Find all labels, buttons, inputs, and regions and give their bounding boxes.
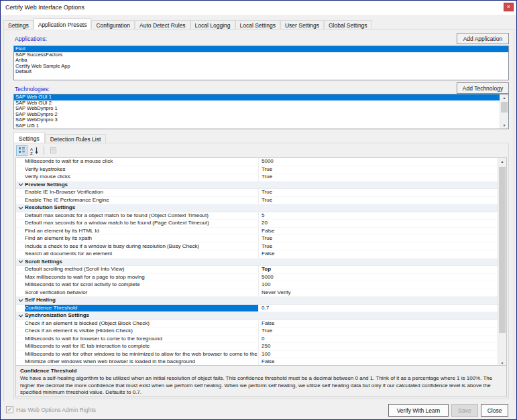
property-row-scroll-verification-behavior[interactable]: Scroll verification behaviorNever Verify [16, 289, 498, 297]
category-row-resolution-settings[interactable]: Resolution Settings [16, 204, 498, 212]
category-row-synchronization-settings[interactable]: Synchronization Settings [16, 312, 498, 320]
property-row-find-an-element-by-its-xpath[interactable]: Find an element by its xpathTrue [16, 235, 498, 243]
property-value[interactable]: False [259, 358, 498, 366]
window-title: Certify Web Interface Options [5, 4, 84, 11]
property-value[interactable]: False [259, 320, 498, 328]
property-row-verify-keystrokes[interactable]: Verify keystrokesTrue [16, 166, 498, 174]
property-row-milliseconds-to-wait-for-browser-to-come[interactable]: Milliseconds to wait for browser to come… [16, 336, 498, 344]
property-value[interactable]: 0.7 [259, 305, 498, 312]
property-row-milliseconds-to-wait-for-other-windows-t[interactable]: Milliseconds to wait for other windows t… [16, 351, 498, 359]
property-name: Milliseconds to wait for a mouse click [16, 158, 259, 165]
technologies-items: SAP Web GUI 1SAP Web GUI 2SAP WebDynpro … [14, 94, 500, 129]
property-row-enable-ie-in-browser-verification[interactable]: Enable IE In-Browser VerificationTrue [16, 189, 498, 197]
list-item-sap-ui5-1[interactable]: SAP UI5 1 [14, 123, 500, 129]
scroll-up-icon[interactable]: ▲ [500, 94, 508, 101]
grid-scrollbar[interactable]: ▲ ▼ [498, 158, 506, 366]
list-item-sap-web-gui-1[interactable]: SAP Web GUI 1 [14, 94, 500, 100]
tab-local-settings[interactable]: Local Settings [235, 20, 280, 29]
property-name: Enable IE In-Browser Verification [16, 189, 259, 196]
categorized-view-button[interactable] [16, 145, 27, 156]
property-row-search-all-documents-for-an-element[interactable]: Search all documents for an elementFalse [16, 251, 498, 259]
tab-local-logging[interactable]: Local Logging [190, 20, 235, 29]
tab-user-settings[interactable]: User Settings [280, 20, 324, 29]
property-name-text: Default scrolling method (Scroll Into Vi… [25, 266, 258, 273]
property-row-enable-the-ie-performance-engine[interactable]: Enable The IE Performance EngineTrue [16, 197, 498, 205]
scroll-up-icon[interactable]: ▲ [498, 158, 506, 165]
tab-configuration[interactable]: Configuration [91, 20, 135, 29]
property-row-check-if-an-element-is-blocked-object-bl[interactable]: Check if an element is blocked (Object B… [16, 320, 498, 328]
property-row-milliseconds-to-wait-for-scroll-activity[interactable]: Milliseconds to wait for scroll activity… [16, 281, 498, 289]
list-item-sap-webdynpro-1[interactable]: SAP WebDynpro 1 [14, 106, 500, 112]
tab-global-settings[interactable]: Global Settings [324, 20, 372, 29]
property-value[interactable]: False [259, 251, 498, 258]
property-value[interactable]: True [259, 243, 498, 251]
alphabetical-sort-button[interactable]: A Z [29, 145, 40, 156]
add-application-button[interactable]: Add Application [457, 33, 509, 44]
category-row-scroll-settings[interactable]: Scroll Settings [16, 259, 498, 267]
verify-with-learn-button[interactable]: Verify With Learn [388, 404, 449, 417]
list-item-sap-webdynpro-3[interactable]: SAP WebDynpro 3 [14, 117, 500, 123]
list-item-sap-webdynpro-2[interactable]: SAP WebDynpro 2 [14, 112, 500, 118]
chevron-down-icon [16, 204, 25, 212]
list-item-fiori[interactable]: Fiori [14, 46, 508, 52]
inner-tab-settings[interactable]: Settings [13, 132, 45, 143]
property-value[interactable]: 100 [259, 351, 498, 358]
property-value[interactable]: 5 [259, 212, 498, 220]
technologies-scrollbar[interactable]: ▲ ▼ [500, 94, 508, 129]
property-value[interactable]: 250 [259, 343, 498, 350]
property-value[interactable]: False [259, 228, 498, 235]
list-item-default[interactable]: Default [14, 69, 508, 75]
save-button: Save [451, 404, 478, 417]
property-row-milliseconds-to-wait-for-a-mouse-click[interactable]: Milliseconds to wait for a mouse click50… [16, 158, 498, 166]
property-value[interactable]: 20 [259, 220, 498, 227]
list-item-sap-successfactors[interactable]: SAP SuccessFactors [14, 52, 508, 58]
property-value[interactable]: True [259, 166, 498, 173]
property-row-find-an-element-by-its-html-id[interactable]: Find an element by its HTML IdFalse [16, 228, 498, 236]
list-item-ariba[interactable]: Ariba [14, 58, 508, 64]
property-value[interactable]: 5000 [259, 158, 498, 165]
property-row-check-if-an-element-is-visible-hidden-ch[interactable]: Check if an element is visible (Hidden C… [16, 328, 498, 336]
property-value[interactable]: True [259, 235, 498, 242]
property-value[interactable]: Top [259, 266, 498, 273]
property-row-default-scrolling-method-scroll-into-vie[interactable]: Default scrolling method (Scroll Into Vi… [16, 266, 498, 274]
tab-application-presets[interactable]: Application Presets [34, 18, 92, 29]
property-value[interactable]: True [259, 197, 498, 204]
property-value[interactable]: True [259, 328, 498, 335]
close-button[interactable]: × [504, 3, 514, 11]
property-row-default-max-seconds-for-a-object-match-t[interactable]: Default max seconds for a object match t… [16, 212, 498, 220]
category-label: Synchronization Settings [25, 312, 89, 320]
property-row-default-max-seconds-for-a-window-match-t[interactable]: Default max seconds for a window match t… [16, 220, 498, 228]
property-name-text: Default max seconds for a object match t… [25, 212, 258, 220]
tab-settings[interactable]: Settings [3, 20, 34, 29]
sort-alphabetical-icon: A Z [30, 147, 39, 155]
property-name-text: Search all documents for an element [25, 251, 258, 258]
property-value[interactable]: 100 [259, 281, 498, 289]
close-button-bottom[interactable]: Close [481, 404, 508, 417]
technologies-list[interactable]: SAP Web GUI 1SAP Web GUI 2SAP WebDynpro … [13, 94, 509, 129]
property-grid-toolbar: A Z [16, 145, 59, 156]
property-row-milliseconds-to-wait-for-ie-tab-interact[interactable]: Milliseconds to wait for IE tab interact… [16, 343, 498, 351]
scroll-down-icon[interactable]: ▼ [500, 122, 508, 129]
applications-list[interactable]: FioriSAP SuccessFactorsAribaCertify Web … [13, 46, 509, 80]
property-name-text: Milliseconds to wait for other windows t… [25, 351, 258, 358]
list-item-sap-web-gui-2[interactable]: SAP Web GUI 2 [14, 100, 500, 107]
technologies-scrollbar-thumb[interactable] [501, 102, 508, 113]
property-value[interactable]: 5000 [259, 274, 498, 281]
grid-scrollbar-thumb[interactable] [499, 167, 506, 333]
chevron-down-icon [16, 312, 25, 320]
property-row-verify-mouse-clicks[interactable]: Verify mouse clicksTrue [16, 173, 498, 182]
property-value[interactable]: True [259, 173, 498, 181]
property-value[interactable]: 0 [259, 336, 498, 343]
property-value[interactable]: Never Verify [259, 289, 498, 297]
property-row-confidence-threshold[interactable]: Confidence Threshold0.7 [16, 305, 498, 313]
property-value[interactable]: True [259, 189, 498, 196]
add-technology-button[interactable]: Add Technology [457, 82, 509, 94]
category-row-preview-settings[interactable]: Preview Settings [16, 182, 498, 190]
list-item-certify-web-sample-app[interactable]: Certify Web Sample App [14, 64, 508, 70]
property-row-max-milliseconds-to-wait-for-a-page-to-s[interactable]: Max milliseconds to wait for a page to s… [16, 274, 498, 282]
tab-auto-detect-rules[interactable]: Auto Detect Rules [135, 20, 190, 29]
category-row-self-healing[interactable]: Self Healing [16, 297, 498, 305]
dialog-window: Certify Web Interface Options × Settings… [0, 0, 517, 420]
inner-tab-detection-rules-list[interactable]: Detection Rules List [45, 134, 107, 143]
property-row-include-a-check-to-see-if-a-window-is-bu[interactable]: Include a check to see if a window is bu… [16, 243, 498, 251]
